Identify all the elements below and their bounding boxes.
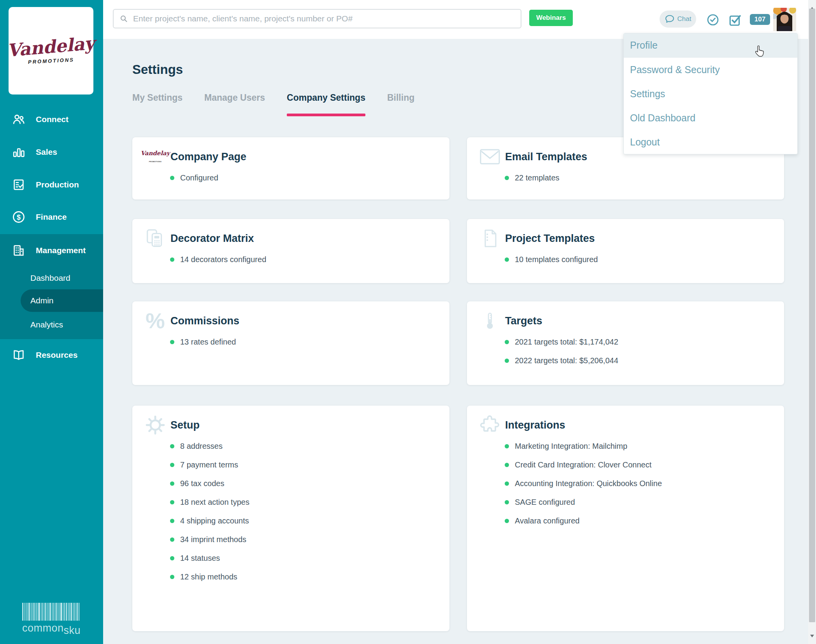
menu-item-password-security[interactable]: Password & Security (624, 58, 797, 82)
percent-icon: % (143, 311, 167, 331)
chat-button[interactable]: Chat (660, 10, 696, 28)
status-item: 4 shipping accounts (170, 511, 249, 530)
status-item: 18 next action types (170, 493, 249, 511)
chat-label: Chat (677, 15, 691, 23)
menu-item-logout[interactable]: Logout (624, 130, 797, 154)
card-title: Integrations (505, 419, 565, 431)
status-text: 2021 targets total: $1,174,042 (515, 338, 618, 346)
status-text: 4 shipping accounts (180, 516, 249, 525)
svg-text:$: $ (17, 214, 21, 221)
scroll-down-button[interactable] (808, 636, 816, 644)
sidebar: Vandelay PROMOTIONS Connect Sales Produc… (0, 0, 103, 644)
card-title: Email Templates (505, 151, 587, 163)
status-item: Configured (170, 168, 218, 187)
status-item: 8 addresses (170, 437, 249, 455)
status-dot-icon (170, 340, 174, 344)
sidebar-item-label: Sales (36, 147, 57, 157)
card-company-page[interactable]: Vandelay PROMOTIONS Company Page Configu… (132, 137, 449, 200)
card-integrations[interactable]: Integrations Marketing Integration: Mail… (467, 406, 784, 631)
sidebar-item-production[interactable]: Production (0, 171, 103, 198)
status-dot-icon (505, 359, 509, 363)
status-item: 2021 targets total: $1,174,042 (505, 332, 618, 351)
status-dot-icon (170, 257, 174, 262)
status-text: 14 statuses (180, 554, 220, 563)
status-text: Configured (180, 173, 218, 182)
sidebar-item-management[interactable]: Management (0, 243, 103, 258)
status-dot-icon (170, 537, 174, 542)
status-text: 18 next action types (180, 498, 249, 507)
sidebar-item-resources[interactable]: Resources (0, 341, 103, 369)
card-decorator-matrix[interactable]: Decorator Matrix 14 decorators configure… (132, 219, 449, 283)
status-dot-icon (505, 463, 509, 467)
tab-company-settings[interactable]: Company Settings (287, 93, 365, 116)
status-item: 7 payment terms (170, 455, 249, 474)
sidebar-item-analytics[interactable]: Analytics (0, 313, 103, 336)
commonsku-logo[interactable]: commonsku (22, 603, 81, 634)
clock-check-icon (706, 13, 720, 27)
search-input[interactable] (132, 14, 514, 24)
barcode-icon (22, 603, 81, 621)
status-dot-icon (170, 500, 174, 504)
tab-billing[interactable]: Billing (387, 93, 414, 116)
production-checklist-icon (12, 178, 26, 192)
tasks-button[interactable] (728, 13, 742, 28)
status-item: 14 decorators configured (170, 250, 266, 269)
status-text: 2022 targets total: $5,206,044 (515, 356, 618, 365)
status-item: 22 templates (505, 168, 560, 187)
decorator-matrix-icon (143, 228, 167, 248)
card-title: Targets (505, 315, 542, 327)
menu-item-profile[interactable]: Profile (624, 33, 797, 58)
sidebar-subitem-label: Admin (30, 296, 54, 305)
sales-bar-chart-icon (12, 145, 26, 159)
card-title: Commissions (170, 315, 239, 327)
card-project-templates[interactable]: Project Templates 10 templates configure… (467, 219, 784, 283)
status-dot-icon (170, 463, 174, 467)
menu-item-settings[interactable]: Settings (624, 82, 797, 106)
status-text: 34 imprint methods (180, 535, 246, 544)
user-menu-dropdown: Profile Password & Security Settings Old… (623, 33, 798, 154)
card-setup[interactable]: Setup 8 addresses 7 payment terms 96 tax… (132, 406, 449, 631)
vertical-scrollbar[interactable] (808, 0, 816, 644)
card-commissions[interactable]: % Commissions 13 rates defined (132, 301, 449, 385)
status-text: Accounting Integration: Quickbooks Onlin… (515, 479, 662, 488)
global-search (113, 9, 521, 28)
status-dot-icon (505, 176, 509, 180)
status-item: 14 statuses (170, 549, 249, 567)
notification-badge[interactable]: 107 (750, 14, 770, 25)
status-item: Marketing Integration: Mailchimp (505, 437, 662, 455)
vandelay-logo-script: Vandelay (7, 34, 95, 59)
status-text: 13 rates defined (180, 338, 236, 346)
menu-item-old-dashboard[interactable]: Old Dashboard (624, 106, 797, 130)
sidebar-item-dashboard[interactable]: Dashboard (0, 267, 103, 289)
scrollbar-thumb[interactable] (809, 9, 815, 622)
reminders-button[interactable] (705, 13, 720, 28)
status-text: 22 templates (515, 173, 560, 182)
sidebar-item-sales[interactable]: Sales (0, 138, 103, 166)
sidebar-subitem-label: Dashboard (30, 273, 70, 283)
status-item: 2022 targets total: $5,206,044 (505, 351, 618, 370)
commonsku-wordmark: commonsku (22, 623, 81, 634)
scroll-up-button[interactable] (808, 0, 816, 8)
status-item: 12 ship methods (170, 567, 249, 586)
sidebar-subitem-label: Analytics (30, 320, 63, 329)
card-title: Setup (170, 419, 200, 431)
tab-my-settings[interactable]: My Settings (132, 93, 183, 116)
status-dot-icon (170, 575, 174, 579)
user-avatar[interactable] (773, 8, 796, 31)
sidebar-item-admin[interactable]: Admin (21, 289, 103, 312)
company-logo[interactable]: Vandelay PROMOTIONS (9, 7, 93, 94)
connect-people-icon (12, 112, 26, 126)
card-title: Company Page (170, 151, 246, 163)
envelope-icon (478, 147, 502, 167)
card-targets[interactable]: Targets 2021 targets total: $1,174,042 2… (467, 301, 784, 385)
webinars-button[interactable]: Webinars (529, 10, 573, 26)
status-text: Credit Card Integration: Clover Connect (515, 460, 651, 469)
tab-manage-users[interactable]: Manage Users (204, 93, 265, 116)
status-item: Accounting Integration: Quickbooks Onlin… (505, 474, 662, 493)
sidebar-item-label: Production (36, 180, 79, 189)
sidebar-item-finance[interactable]: $ Finance (0, 203, 103, 231)
status-text: 12 ship methods (180, 572, 237, 581)
sidebar-item-connect[interactable]: Connect (0, 106, 103, 133)
status-item: SAGE configured (505, 493, 662, 511)
status-item: 10 templates configured (505, 250, 598, 269)
